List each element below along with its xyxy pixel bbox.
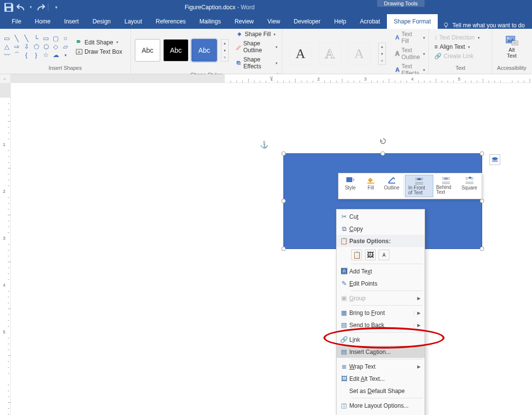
gallery-down-icon[interactable]: ▾ — [379, 50, 385, 58]
shapes-more-icon[interactable]: ▾ — [62, 52, 69, 59]
ruler-horizontal[interactable]: ⌐ ▽ 12345 — [0, 74, 532, 83]
tab-view[interactable]: View — [261, 14, 287, 29]
shape-line-icon[interactable]: ╲ — [13, 35, 21, 42]
shape-roundrect-icon[interactable]: ▢ — [52, 35, 60, 42]
shape-fill-button[interactable]: Shape Fill▾ — [234, 30, 279, 38]
shape-style-gallery[interactable]: Abc Abc Abc ▴▾▿ — [134, 38, 230, 62]
shape-triangle-icon[interactable]: △ — [3, 43, 11, 50]
shape-line2-icon[interactable]: ╲ — [22, 35, 30, 42]
tab-acrobat[interactable]: Acrobat — [353, 14, 387, 29]
shape-arrow2-icon[interactable]: ⇩ — [22, 43, 30, 50]
text-direction-button[interactable]: ↕Text Direction▾ — [433, 34, 481, 42]
wordart-gallery[interactable]: A A A ▴▾▿ — [285, 41, 390, 67]
gallery-down-icon[interactable]: ▾ — [221, 47, 228, 54]
mini-style-button[interactable]: Style — [340, 175, 361, 197]
submenu-arrow-icon[interactable]: ▶ — [414, 323, 421, 328]
paste-picture-icon[interactable]: 🖼 — [365, 249, 376, 260]
shape-cloud-icon[interactable]: ☁ — [52, 52, 60, 59]
gallery-more[interactable]: ▴▾▿ — [221, 39, 229, 62]
resize-handle-n[interactable] — [381, 151, 385, 156]
mini-square-button[interactable]: Square — [459, 175, 480, 197]
alt-text-button[interactable]: Alt Text — [501, 33, 523, 61]
ruler-vertical[interactable]: 12345 — [0, 83, 11, 415]
ctx-wrap-text[interactable]: ≣Wrap Text▶ — [337, 360, 425, 373]
resize-handle-se[interactable] — [480, 247, 484, 251]
ctx-link[interactable]: 🔗Link — [337, 333, 425, 346]
tab-developer[interactable]: Developer — [287, 14, 327, 29]
paste-keep-source-icon[interactable]: 📋 — [351, 249, 362, 260]
resize-handle-sw[interactable] — [281, 247, 286, 251]
redo-button[interactable] — [34, 1, 46, 13]
shape-diamond-icon[interactable]: ◇ — [52, 43, 60, 50]
draw-text-box-button[interactable]: ADraw Text Box — [74, 48, 124, 56]
style-preset-1[interactable]: Abc — [135, 39, 160, 62]
tab-layout[interactable]: Layout — [118, 14, 149, 29]
mini-behind-button[interactable]: Behind Text — [433, 175, 459, 197]
ctx-format-shape[interactable]: ◆Format Shape... — [337, 412, 425, 415]
gallery-up-icon[interactable]: ▴ — [379, 43, 385, 50]
shape-brace-icon[interactable]: { — [22, 52, 30, 59]
mini-fill-button[interactable]: Fill — [361, 175, 381, 197]
shape-curve-icon[interactable]: 〰 — [3, 52, 11, 59]
mini-infront-button[interactable]: In Front of Text — [405, 175, 433, 197]
style-preset-3[interactable]: Abc — [192, 39, 217, 62]
ctx-insert-caption[interactable]: ▤Insert Caption... — [337, 346, 425, 358]
tab-shape-format[interactable]: Shape Format — [387, 14, 438, 29]
ctx-set-default[interactable]: Set as Default Shape — [337, 385, 425, 397]
text-fill-button[interactable]: AText Fill▾ — [394, 30, 426, 45]
mini-outline-button[interactable]: Outline — [381, 175, 403, 197]
page[interactable]: ⚓ Style Fill Outline In Front of Text Be… — [11, 83, 532, 415]
tab-references[interactable]: References — [149, 14, 192, 29]
save-button[interactable] — [3, 1, 15, 13]
tab-mailings[interactable]: Mailings — [192, 14, 228, 29]
rotate-handle-icon[interactable] — [379, 137, 387, 145]
resize-handle-ne[interactable] — [480, 151, 484, 156]
shape-arc-icon[interactable]: ⌒ — [13, 52, 21, 59]
tab-insert[interactable]: Insert — [57, 14, 85, 29]
shapes-gallery[interactable]: ▭╲╲└▭▢○ △⇨⇩⬠⬡◇▱ 〰⌒{}☆☁▾ — [3, 35, 69, 59]
submenu-arrow-icon[interactable]: ▶ — [414, 311, 421, 315]
ctx-edit-alt[interactable]: 🖼Edit Alt Text... — [337, 373, 425, 385]
undo-more-button[interactable]: ▾ — [28, 1, 33, 13]
shape-star-icon[interactable]: ☆ — [42, 52, 50, 59]
resize-handle-nw[interactable] — [281, 151, 286, 156]
tell-me-search[interactable]: Tell me what you want to do — [443, 22, 525, 29]
shape-arrow-icon[interactable]: ⇨ — [13, 43, 21, 50]
gallery-up-icon[interactable]: ▴ — [221, 40, 228, 47]
shape-oval-icon[interactable]: ○ — [62, 35, 69, 42]
shape-textbox-icon[interactable]: ▭ — [3, 35, 11, 42]
resize-handle-w[interactable] — [281, 199, 286, 203]
resize-handle-e[interactable] — [480, 199, 484, 203]
align-text-button[interactable]: ≡Align Text▾ — [433, 43, 481, 51]
shape-pentagon-icon[interactable]: ⬠ — [32, 43, 40, 50]
shape-rect-icon[interactable]: ▭ — [42, 35, 50, 42]
shape-connector-icon[interactable]: └ — [32, 35, 40, 42]
ctx-cut[interactable]: ✂Cut — [337, 210, 425, 223]
ctx-add-text[interactable]: 🅰Add Text — [337, 265, 425, 277]
layout-options-button[interactable] — [489, 154, 500, 165]
wordart-preset-1[interactable]: A — [289, 42, 312, 65]
customize-qat-button[interactable]: ▾ — [50, 1, 62, 13]
shape-effects-button[interactable]: Shape Effects▾ — [234, 56, 279, 70]
ctx-bring-front[interactable]: ▦Bring to Front▶ — [337, 307, 425, 319]
wordart-preset-3[interactable]: A — [348, 42, 370, 65]
ctx-edit-points[interactable]: ✎Edit Points — [337, 277, 425, 290]
ctx-send-back[interactable]: ▨Send to Back▶ — [337, 319, 425, 331]
paste-text-icon[interactable]: A — [379, 249, 389, 260]
tab-design[interactable]: Design — [85, 14, 117, 29]
text-outline-button[interactable]: AText Outline▾ — [394, 46, 426, 61]
tab-help[interactable]: Help — [327, 14, 353, 29]
ctx-more-layout[interactable]: ◫More Layout Options... — [337, 399, 425, 412]
shape-callout-icon[interactable]: ▱ — [62, 43, 69, 50]
undo-button[interactable] — [16, 1, 27, 13]
tab-home[interactable]: Home — [28, 14, 57, 29]
tab-file[interactable]: File — [5, 14, 28, 29]
gallery-expand-icon[interactable]: ▿ — [221, 54, 228, 61]
ctx-copy[interactable]: ⧉Copy — [337, 223, 425, 235]
shape-hex-icon[interactable]: ⬡ — [42, 43, 50, 50]
edit-shape-button[interactable]: Edit Shape▾ — [74, 39, 124, 46]
style-preset-2[interactable]: Abc — [163, 39, 189, 62]
wordart-gallery-more[interactable]: ▴▾▿ — [378, 42, 386, 65]
shape-outline-button[interactable]: Shape Outline▾ — [234, 40, 279, 54]
shape-brace2-icon[interactable]: } — [32, 52, 40, 59]
